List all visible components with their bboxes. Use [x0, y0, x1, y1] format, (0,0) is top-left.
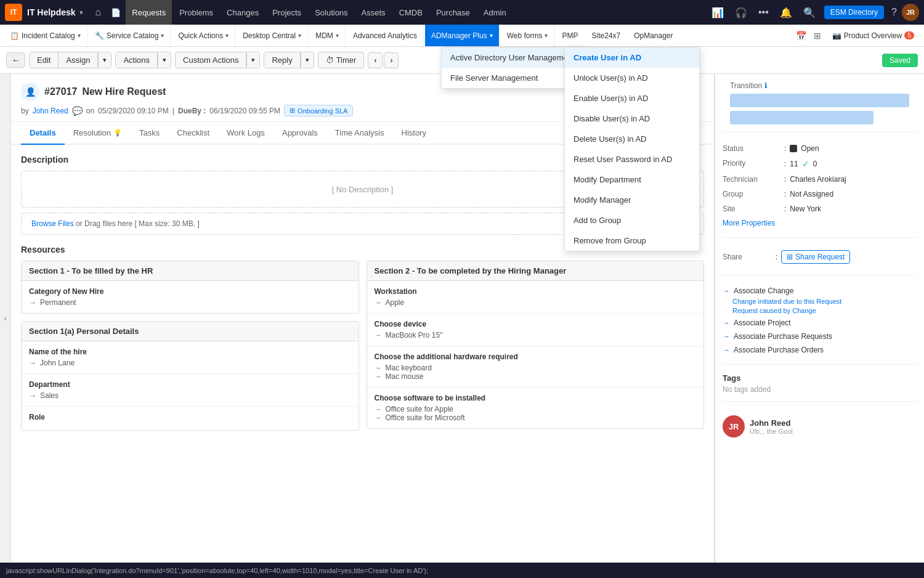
- nav-item-assets[interactable]: Assets: [355, 0, 392, 25]
- submenu-reset-password[interactable]: Reset User Password in AD: [565, 149, 699, 169]
- submenu-modify-manager[interactable]: Modify Manager: [565, 190, 699, 210]
- property-technician: Technician : Charles Arokiaraj: [723, 172, 917, 187]
- back-button[interactable]: ←: [6, 52, 25, 68]
- associate-project[interactable]: → Associate Project: [723, 316, 917, 330]
- headset-icon[interactable]: 🎧: [730, 7, 752, 18]
- nav2-desktop-central[interactable]: Desktop Central ▾: [237, 25, 308, 47]
- tab-time-analysis[interactable]: Time Analysis: [326, 122, 393, 145]
- nav-item-solutions[interactable]: Solutions: [309, 0, 354, 25]
- tab-checklist[interactable]: Checklist: [168, 122, 218, 145]
- associate-purchase-orders[interactable]: → Associate Purchase Orders: [723, 343, 917, 357]
- nav-item-new-tab[interactable]: 📄: [107, 0, 124, 25]
- submenu-modify-dept[interactable]: Modify Department: [565, 169, 699, 190]
- submenu-enable-user[interactable]: Enable User(s) in AD: [565, 88, 699, 108]
- arrow-icon: →: [723, 346, 730, 354]
- nav2-incident-catalog[interactable]: 📋 Incident Catalog ▾: [4, 25, 87, 47]
- custom-actions-arrow-icon[interactable]: ▾: [246, 53, 259, 67]
- app-arrow[interactable]: ▾: [79, 9, 83, 17]
- browse-files-link[interactable]: Browse Files: [31, 219, 74, 228]
- nav2-opmanager[interactable]: OpManager: [628, 25, 679, 47]
- submenu-unlock-user[interactable]: Unlock User(s) in AD: [565, 68, 699, 88]
- resources-right-col: Section 2 - To be completed by the Hirin…: [367, 261, 705, 431]
- next-button[interactable]: ›: [384, 52, 399, 68]
- associate-purchase-requests[interactable]: → Associate Purchase Requests: [723, 330, 917, 343]
- prev-button[interactable]: ‹: [368, 52, 383, 68]
- submenu-delete-user[interactable]: Delete User(s) in AD: [565, 129, 699, 149]
- change-initiated-link[interactable]: Change initiated due to this Request: [723, 298, 917, 307]
- home-icon[interactable]: ⌂: [91, 7, 107, 18]
- chat-icon[interactable]: 💬: [72, 106, 83, 116]
- submenu-disable-user[interactable]: Disable User(s) in AD: [565, 108, 699, 129]
- transition-bar-2[interactable]: [730, 111, 873, 124]
- arrow-icon: →: [723, 319, 730, 327]
- ticket-number: #27017: [44, 86, 77, 97]
- actions-group: Actions ▾: [115, 52, 171, 68]
- tab-work-logs[interactable]: Work Logs: [218, 122, 274, 145]
- nav-item-admin[interactable]: Admin: [477, 0, 513, 25]
- tab-approvals[interactable]: Approvals: [274, 122, 326, 145]
- side-collapse-button[interactable]: ›: [0, 74, 11, 563]
- transition-bar-1[interactable]: [730, 94, 909, 107]
- bell-icon[interactable]: 🔔: [775, 7, 797, 18]
- nav-item-requests[interactable]: Requests: [126, 0, 172, 25]
- info-icon: ℹ: [764, 81, 768, 90]
- submenu-remove-from-group[interactable]: Remove from Group: [565, 230, 699, 251]
- app-logo: IT: [5, 4, 22, 21]
- product-overview-button[interactable]: 📷 Product Overview 5: [826, 31, 920, 40]
- chart-icon[interactable]: 📊: [707, 7, 729, 18]
- status-bar-url: javascript:showURLInDialog('Integration.…: [6, 567, 428, 574]
- edit-button[interactable]: Edit: [30, 52, 59, 68]
- avatar[interactable]: JR: [902, 4, 919, 21]
- chevron-down-icon: ▾: [545, 32, 548, 39]
- nav2-service-catalog[interactable]: 🔧 Service Catalog ▾: [89, 25, 171, 47]
- resource-field-software: Choose software to be installed Office s…: [367, 388, 704, 428]
- share-request-button[interactable]: ⊞ Share Request: [781, 250, 850, 264]
- more-icon[interactable]: •••: [753, 7, 774, 18]
- resource-section-1: Section 1 - To be filled by the HR Categ…: [21, 261, 359, 314]
- actions-arrow-icon[interactable]: ▾: [158, 53, 171, 67]
- nav-item-cmdb[interactable]: CMDB: [393, 0, 429, 25]
- section-1-header: Section 1 - To be filled by the HR: [22, 261, 359, 281]
- nav2-admanager-plus[interactable]: ADManager Plus ▾: [425, 25, 500, 47]
- help-icon[interactable]: ?: [888, 7, 901, 18]
- custom-actions-button[interactable]: Custom Actions: [176, 52, 246, 68]
- reply-button[interactable]: Reply: [264, 52, 300, 68]
- request-caused-link[interactable]: Request caused by Change: [723, 307, 917, 316]
- nav2-mdm[interactable]: MDM ▾: [309, 25, 346, 47]
- tab-tasks[interactable]: Tasks: [131, 122, 168, 145]
- nav2-quick-actions[interactable]: Quick Actions ▾: [172, 25, 235, 47]
- nav2-advanced-analytics[interactable]: Advanced Analytics: [347, 25, 424, 47]
- tab-history[interactable]: History: [393, 122, 435, 145]
- more-properties-link[interactable]: More Properties: [723, 216, 917, 230]
- nav2-site24x7[interactable]: Site24x7: [585, 25, 626, 47]
- esm-directory-button[interactable]: ESM Directory: [824, 6, 884, 19]
- nav-item-problems[interactable]: Problems: [173, 0, 219, 25]
- nav2-pmp[interactable]: PMP: [556, 25, 584, 47]
- property-group: Group : Not Assigned: [723, 187, 917, 201]
- share-row: Share : ⊞ Share Request: [723, 246, 917, 267]
- tab-details[interactable]: Details: [21, 122, 65, 145]
- reply-arrow-icon[interactable]: ▾: [301, 53, 314, 67]
- bottom-status-bar: javascript:showURLInDialog('Integration.…: [0, 563, 924, 578]
- nav2-web-forms[interactable]: Web forms ▾: [501, 25, 555, 47]
- user-avatar: JR: [723, 415, 745, 438]
- resource-field-name: Name of the hire John Lane: [22, 341, 359, 374]
- calendar-icon[interactable]: 📅: [793, 31, 809, 41]
- search-icon[interactable]: 🔍: [798, 7, 821, 18]
- submenu-create-user[interactable]: Create User in AD: [565, 47, 699, 68]
- section-1a-header: Section 1(a) Personal Details: [22, 322, 359, 341]
- associate-change[interactable]: → Associate Change: [723, 284, 917, 298]
- chevron-down-icon: ▾: [336, 32, 339, 39]
- assign-button[interactable]: Assign: [59, 52, 98, 68]
- submenu-add-to-group[interactable]: Add to Group: [565, 210, 699, 230]
- nav-item-projects[interactable]: Projects: [266, 0, 307, 25]
- grid-icon[interactable]: ⊞: [811, 31, 824, 41]
- nav-item-changes[interactable]: Changes: [221, 0, 265, 25]
- ticket-author[interactable]: John Reed: [33, 107, 68, 115]
- nav-item-purchase[interactable]: Purchase: [430, 0, 476, 25]
- timer-button[interactable]: ⏱ Timer: [318, 52, 365, 68]
- tab-resolution[interactable]: Resolution 💡: [65, 122, 131, 145]
- actions-button[interactable]: Actions: [116, 52, 158, 68]
- resource-field-role: Role: [22, 407, 359, 430]
- assign-arrow-icon[interactable]: ▾: [98, 53, 111, 67]
